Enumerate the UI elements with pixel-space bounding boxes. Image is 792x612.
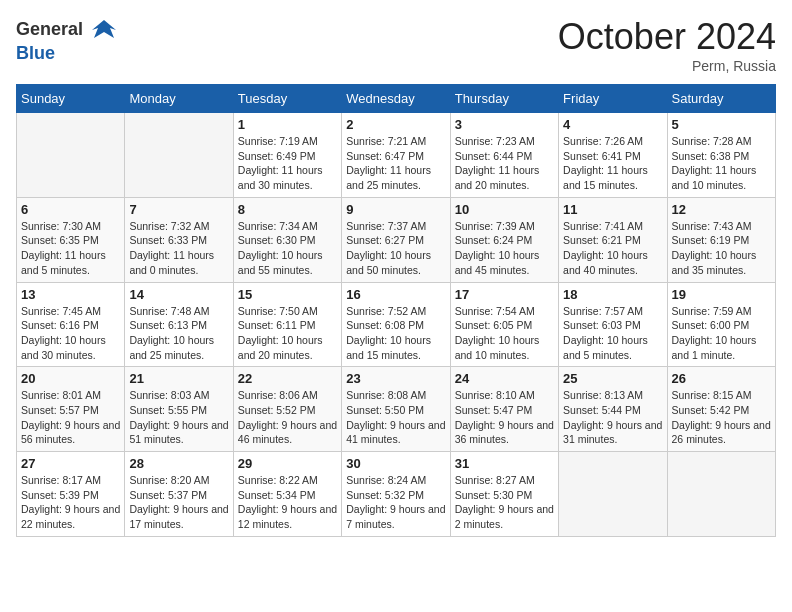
day-number: 9 bbox=[346, 202, 445, 217]
logo-blue-text: Blue bbox=[16, 43, 55, 63]
day-info: Sunrise: 7:54 AMSunset: 6:05 PMDaylight:… bbox=[455, 304, 554, 363]
weekday-header-wednesday: Wednesday bbox=[342, 85, 450, 113]
day-info: Sunrise: 7:21 AMSunset: 6:47 PMDaylight:… bbox=[346, 134, 445, 193]
day-info: Sunrise: 7:57 AMSunset: 6:03 PMDaylight:… bbox=[563, 304, 662, 363]
day-number: 8 bbox=[238, 202, 337, 217]
title-area: October 2024 Perm, Russia bbox=[558, 16, 776, 74]
day-info: Sunrise: 8:27 AMSunset: 5:30 PMDaylight:… bbox=[455, 473, 554, 532]
calendar-cell: 27Sunrise: 8:17 AMSunset: 5:39 PMDayligh… bbox=[17, 452, 125, 537]
day-number: 18 bbox=[563, 287, 662, 302]
day-number: 14 bbox=[129, 287, 228, 302]
calendar-cell: 5Sunrise: 7:28 AMSunset: 6:38 PMDaylight… bbox=[667, 113, 775, 198]
calendar-week-row: 1Sunrise: 7:19 AMSunset: 6:49 PMDaylight… bbox=[17, 113, 776, 198]
calendar-cell: 24Sunrise: 8:10 AMSunset: 5:47 PMDayligh… bbox=[450, 367, 558, 452]
day-info: Sunrise: 8:24 AMSunset: 5:32 PMDaylight:… bbox=[346, 473, 445, 532]
day-number: 31 bbox=[455, 456, 554, 471]
calendar-week-row: 20Sunrise: 8:01 AMSunset: 5:57 PMDayligh… bbox=[17, 367, 776, 452]
day-info: Sunrise: 7:28 AMSunset: 6:38 PMDaylight:… bbox=[672, 134, 771, 193]
day-number: 11 bbox=[563, 202, 662, 217]
calendar-cell: 18Sunrise: 7:57 AMSunset: 6:03 PMDayligh… bbox=[559, 282, 667, 367]
day-info: Sunrise: 8:22 AMSunset: 5:34 PMDaylight:… bbox=[238, 473, 337, 532]
weekday-header-friday: Friday bbox=[559, 85, 667, 113]
calendar-cell: 21Sunrise: 8:03 AMSunset: 5:55 PMDayligh… bbox=[125, 367, 233, 452]
month-title: October 2024 bbox=[558, 16, 776, 58]
day-info: Sunrise: 8:15 AMSunset: 5:42 PMDaylight:… bbox=[672, 388, 771, 447]
day-number: 21 bbox=[129, 371, 228, 386]
day-number: 7 bbox=[129, 202, 228, 217]
day-number: 6 bbox=[21, 202, 120, 217]
day-number: 1 bbox=[238, 117, 337, 132]
calendar-cell: 23Sunrise: 8:08 AMSunset: 5:50 PMDayligh… bbox=[342, 367, 450, 452]
weekday-header-thursday: Thursday bbox=[450, 85, 558, 113]
day-number: 27 bbox=[21, 456, 120, 471]
calendar-cell: 1Sunrise: 7:19 AMSunset: 6:49 PMDaylight… bbox=[233, 113, 341, 198]
day-info: Sunrise: 7:23 AMSunset: 6:44 PMDaylight:… bbox=[455, 134, 554, 193]
day-info: Sunrise: 7:30 AMSunset: 6:35 PMDaylight:… bbox=[21, 219, 120, 278]
day-info: Sunrise: 8:13 AMSunset: 5:44 PMDaylight:… bbox=[563, 388, 662, 447]
calendar-cell: 4Sunrise: 7:26 AMSunset: 6:41 PMDaylight… bbox=[559, 113, 667, 198]
day-number: 28 bbox=[129, 456, 228, 471]
calendar-cell: 19Sunrise: 7:59 AMSunset: 6:00 PMDayligh… bbox=[667, 282, 775, 367]
day-number: 15 bbox=[238, 287, 337, 302]
day-info: Sunrise: 7:32 AMSunset: 6:33 PMDaylight:… bbox=[129, 219, 228, 278]
day-number: 17 bbox=[455, 287, 554, 302]
day-number: 3 bbox=[455, 117, 554, 132]
day-info: Sunrise: 7:34 AMSunset: 6:30 PMDaylight:… bbox=[238, 219, 337, 278]
page-header: General Blue October 2024 Perm, Russia bbox=[16, 16, 776, 74]
calendar-cell: 6Sunrise: 7:30 AMSunset: 6:35 PMDaylight… bbox=[17, 197, 125, 282]
calendar-cell: 26Sunrise: 8:15 AMSunset: 5:42 PMDayligh… bbox=[667, 367, 775, 452]
day-info: Sunrise: 8:10 AMSunset: 5:47 PMDaylight:… bbox=[455, 388, 554, 447]
calendar-cell: 11Sunrise: 7:41 AMSunset: 6:21 PMDayligh… bbox=[559, 197, 667, 282]
day-info: Sunrise: 7:19 AMSunset: 6:49 PMDaylight:… bbox=[238, 134, 337, 193]
weekday-header-saturday: Saturday bbox=[667, 85, 775, 113]
calendar-week-row: 27Sunrise: 8:17 AMSunset: 5:39 PMDayligh… bbox=[17, 452, 776, 537]
day-info: Sunrise: 8:06 AMSunset: 5:52 PMDaylight:… bbox=[238, 388, 337, 447]
calendar-week-row: 13Sunrise: 7:45 AMSunset: 6:16 PMDayligh… bbox=[17, 282, 776, 367]
logo-bird-icon bbox=[90, 16, 118, 44]
calendar-cell: 20Sunrise: 8:01 AMSunset: 5:57 PMDayligh… bbox=[17, 367, 125, 452]
weekday-header-tuesday: Tuesday bbox=[233, 85, 341, 113]
calendar-cell: 2Sunrise: 7:21 AMSunset: 6:47 PMDaylight… bbox=[342, 113, 450, 198]
day-info: Sunrise: 7:43 AMSunset: 6:19 PMDaylight:… bbox=[672, 219, 771, 278]
day-info: Sunrise: 8:03 AMSunset: 5:55 PMDaylight:… bbox=[129, 388, 228, 447]
calendar-cell: 16Sunrise: 7:52 AMSunset: 6:08 PMDayligh… bbox=[342, 282, 450, 367]
day-info: Sunrise: 7:39 AMSunset: 6:24 PMDaylight:… bbox=[455, 219, 554, 278]
day-number: 20 bbox=[21, 371, 120, 386]
calendar-cell: 17Sunrise: 7:54 AMSunset: 6:05 PMDayligh… bbox=[450, 282, 558, 367]
calendar-cell: 31Sunrise: 8:27 AMSunset: 5:30 PMDayligh… bbox=[450, 452, 558, 537]
day-number: 13 bbox=[21, 287, 120, 302]
calendar-cell: 15Sunrise: 7:50 AMSunset: 6:11 PMDayligh… bbox=[233, 282, 341, 367]
calendar-cell: 7Sunrise: 7:32 AMSunset: 6:33 PMDaylight… bbox=[125, 197, 233, 282]
day-number: 5 bbox=[672, 117, 771, 132]
calendar-cell: 10Sunrise: 7:39 AMSunset: 6:24 PMDayligh… bbox=[450, 197, 558, 282]
day-number: 4 bbox=[563, 117, 662, 132]
calendar-table: SundayMondayTuesdayWednesdayThursdayFrid… bbox=[16, 84, 776, 537]
day-info: Sunrise: 7:59 AMSunset: 6:00 PMDaylight:… bbox=[672, 304, 771, 363]
calendar-week-row: 6Sunrise: 7:30 AMSunset: 6:35 PMDaylight… bbox=[17, 197, 776, 282]
day-info: Sunrise: 7:52 AMSunset: 6:08 PMDaylight:… bbox=[346, 304, 445, 363]
calendar-cell: 25Sunrise: 8:13 AMSunset: 5:44 PMDayligh… bbox=[559, 367, 667, 452]
day-number: 25 bbox=[563, 371, 662, 386]
day-info: Sunrise: 8:01 AMSunset: 5:57 PMDaylight:… bbox=[21, 388, 120, 447]
calendar-cell bbox=[559, 452, 667, 537]
location: Perm, Russia bbox=[558, 58, 776, 74]
weekday-header-sunday: Sunday bbox=[17, 85, 125, 113]
day-number: 30 bbox=[346, 456, 445, 471]
day-number: 16 bbox=[346, 287, 445, 302]
logo-general-text: General bbox=[16, 19, 83, 39]
calendar-cell: 30Sunrise: 8:24 AMSunset: 5:32 PMDayligh… bbox=[342, 452, 450, 537]
day-number: 29 bbox=[238, 456, 337, 471]
svg-marker-0 bbox=[92, 20, 116, 38]
calendar-cell: 9Sunrise: 7:37 AMSunset: 6:27 PMDaylight… bbox=[342, 197, 450, 282]
day-number: 12 bbox=[672, 202, 771, 217]
calendar-cell: 12Sunrise: 7:43 AMSunset: 6:19 PMDayligh… bbox=[667, 197, 775, 282]
day-number: 23 bbox=[346, 371, 445, 386]
day-info: Sunrise: 8:08 AMSunset: 5:50 PMDaylight:… bbox=[346, 388, 445, 447]
calendar-cell: 13Sunrise: 7:45 AMSunset: 6:16 PMDayligh… bbox=[17, 282, 125, 367]
day-info: Sunrise: 7:26 AMSunset: 6:41 PMDaylight:… bbox=[563, 134, 662, 193]
calendar-cell: 8Sunrise: 7:34 AMSunset: 6:30 PMDaylight… bbox=[233, 197, 341, 282]
day-number: 22 bbox=[238, 371, 337, 386]
calendar-cell: 22Sunrise: 8:06 AMSunset: 5:52 PMDayligh… bbox=[233, 367, 341, 452]
weekday-header-row: SundayMondayTuesdayWednesdayThursdayFrid… bbox=[17, 85, 776, 113]
day-info: Sunrise: 7:50 AMSunset: 6:11 PMDaylight:… bbox=[238, 304, 337, 363]
